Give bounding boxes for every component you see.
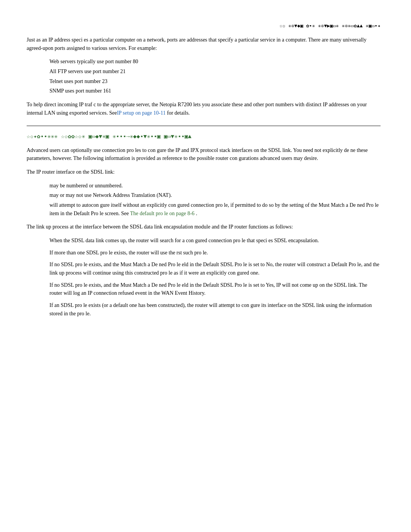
default-profile-link[interactable]: The default pro le on page 8-6 bbox=[130, 211, 196, 216]
header-symbols: ☆✩ ✳❊▼◆▣ ✿▪✳ ✳❊▼▶▣▭✳ ✳❊✳▭✿▲▲ ✳▣▭▪✦ bbox=[27, 23, 381, 29]
ip-bullet-3-text: will attempt to autocon gure itself with… bbox=[49, 202, 379, 216]
exported-services-text-before: To help direct incoming IP traf c to the… bbox=[27, 102, 367, 116]
section-divider bbox=[27, 126, 381, 126]
advanced-paragraph: Advanced users can optionally use connec… bbox=[27, 146, 381, 163]
ip-bullet-1: may be numbered or unnumbered. bbox=[49, 182, 381, 190]
ip-router-bullets: may be numbered or unnumbered. may or ma… bbox=[49, 182, 381, 218]
link-up-bullet-2: If more than one SDSL pro le exists, the… bbox=[49, 249, 381, 257]
exported-services-paragraph: To help direct incoming IP traf c to the… bbox=[27, 101, 381, 117]
intro-paragraph: Just as an IP address speci es a particu… bbox=[27, 36, 381, 52]
link-up-bullet-1: When the SDSL data link comes up, the ro… bbox=[49, 236, 381, 245]
ip-bullet-2: may or may not use Network Address Trans… bbox=[49, 191, 381, 200]
section-header: ☆✩✦✿▪▪✳✳✳ ☆✩✿✿☆✩✳ ▣▭◆▼✳▣ ✳▪▪▪→✳◆◆▪▼✳▪▪▣ … bbox=[27, 133, 381, 140]
port-list: Web servers typically use port number 80… bbox=[49, 58, 381, 95]
link-up-bullet-4: If no SDSL pro le exists, and the Must M… bbox=[49, 281, 381, 297]
port-item-1: Web servers typically use port number 80 bbox=[49, 58, 381, 66]
ip-bullet-3: will attempt to autocon gure itself with… bbox=[49, 201, 381, 217]
exported-services-text-after: for details. bbox=[166, 110, 190, 116]
ip-router-intro: The IP router interface on the SDSL link… bbox=[27, 168, 381, 176]
port-item-2: All FTP servers use port number 21 bbox=[49, 67, 381, 76]
port-item-3: Telnet uses port number 23 bbox=[49, 77, 381, 86]
link-up-paragraph: The link up process at the interface bet… bbox=[27, 223, 381, 231]
ip-bullet-3-after: . bbox=[196, 211, 198, 216]
port-item-4: SNMP uses port number 161 bbox=[49, 87, 381, 95]
ip-setup-link[interactable]: IP setup on page 10-11 bbox=[117, 110, 166, 116]
link-up-bullet-5: If an SDSL pro le exists (or a default o… bbox=[49, 301, 381, 318]
link-up-bullets: When the SDSL data link comes up, the ro… bbox=[49, 236, 381, 318]
link-up-bullet-3: If no SDSL pro le exists, and the Must M… bbox=[49, 260, 381, 277]
